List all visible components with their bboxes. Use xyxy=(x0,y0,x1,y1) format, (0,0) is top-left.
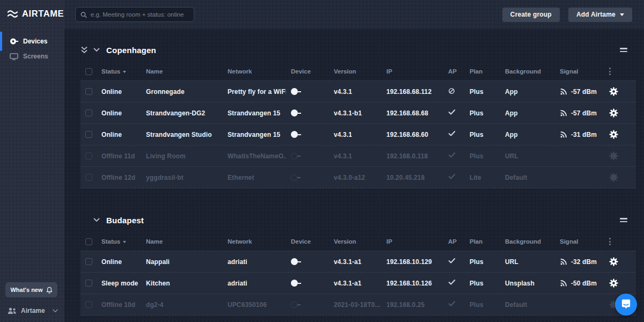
row-checkbox[interactable] xyxy=(85,88,92,95)
sidebar-bottom: What's new Airtame xyxy=(0,282,64,314)
group-menu-icon[interactable] xyxy=(620,46,627,54)
version-cell: 2021-03-18T0... xyxy=(329,301,382,309)
device-icon xyxy=(10,38,18,45)
device-row[interactable]: Online Strandvangen Studio Strandvangen … xyxy=(80,123,636,145)
columns-menu-button[interactable] xyxy=(604,68,636,75)
status-cell: Online xyxy=(97,88,141,96)
sidebar-item-label: Devices xyxy=(23,38,47,45)
column-network: Network xyxy=(223,68,286,75)
sort-caret-icon xyxy=(123,71,126,73)
org-switcher[interactable]: Airtame xyxy=(0,307,64,314)
version-cell: v4.3.1 xyxy=(329,88,382,96)
device-row[interactable]: Offline 11d Living Room WhatIsTheNameO..… xyxy=(80,145,636,166)
sidebar-item-screens[interactable]: Screens xyxy=(0,49,64,64)
blocked-icon xyxy=(448,87,455,94)
whats-new-label: What's new xyxy=(10,287,42,293)
device-row[interactable]: Offline 12d yggdrasil-bt Ethernet v4.3.0… xyxy=(80,166,636,188)
columns-menu-button[interactable] xyxy=(604,238,636,245)
search-input[interactable] xyxy=(91,11,189,18)
column-ap: AP xyxy=(443,238,465,245)
background-cell: Default xyxy=(500,301,555,309)
device-row[interactable]: Online Strandvangen-DG2 Strandvangen 15 … xyxy=(80,102,636,123)
ip-cell: 192.168.0.118 xyxy=(382,152,443,160)
check-icon xyxy=(448,130,456,137)
group-collapse-icon[interactable] xyxy=(93,48,100,52)
device-row[interactable]: Sleep mode Kitchen adriati v4.3.1-a1 192… xyxy=(80,272,636,294)
group-collapse-icon[interactable] xyxy=(93,218,100,222)
device-settings-button[interactable] xyxy=(604,173,636,182)
name-cell: Kitchen xyxy=(141,280,223,287)
signal-value: -31 dBm xyxy=(571,131,597,138)
row-checkbox[interactable] xyxy=(85,109,92,116)
row-checkbox[interactable] xyxy=(85,174,92,181)
row-checkbox[interactable] xyxy=(85,152,92,159)
row-checkbox[interactable] xyxy=(85,301,92,308)
check-icon xyxy=(448,258,456,264)
ap-cell xyxy=(443,279,465,287)
column-status[interactable]: Status xyxy=(97,238,141,245)
sidebar-item-devices[interactable]: Devices xyxy=(0,34,64,49)
network-cell: Strandvangen 15 xyxy=(223,109,286,117)
background-cell: App xyxy=(500,109,555,117)
search-box[interactable] xyxy=(75,7,194,22)
create-group-button[interactable]: Create group xyxy=(502,8,560,22)
device-puck-icon xyxy=(286,258,329,265)
signal-icon xyxy=(560,280,567,287)
name-cell: Strandvangen-DG2 xyxy=(141,109,223,117)
device-settings-button[interactable] xyxy=(604,108,636,118)
signal-icon xyxy=(560,131,567,138)
background-cell: Default xyxy=(500,174,555,181)
device-row[interactable]: Online Gronnegade Pretty fly for a WiFi … xyxy=(80,80,636,102)
row-checkbox[interactable] xyxy=(85,258,92,265)
column-ip: IP xyxy=(382,238,443,245)
version-cell: v4.3.1-b1 xyxy=(329,109,382,117)
gear-icon xyxy=(609,279,618,288)
signal-value: -32 dBm xyxy=(571,258,597,266)
ip-cell: 192.168.68.112 xyxy=(382,88,443,96)
collapse-all-icon[interactable] xyxy=(80,46,88,54)
ip-cell: 192.168.10.129 xyxy=(382,258,443,266)
org-label: Airtame xyxy=(21,307,45,314)
name-cell: Nappali xyxy=(141,258,223,266)
background-cell: App xyxy=(500,88,555,96)
device-row[interactable]: Online Nappali adriati v4.3.1-a1 192.168… xyxy=(80,251,636,272)
version-cell: v4.3.1-a1 xyxy=(329,258,382,266)
chat-launcher-button[interactable] xyxy=(615,294,637,316)
row-checkbox[interactable] xyxy=(85,280,92,287)
device-settings-button[interactable] xyxy=(604,257,636,266)
device-settings-button[interactable] xyxy=(604,87,636,96)
whats-new-button[interactable]: What's new xyxy=(5,282,57,297)
plan-cell: Plus xyxy=(465,88,500,96)
ip-cell: 192.168.68.68 xyxy=(382,109,443,117)
active-indicator xyxy=(0,32,2,51)
device-row[interactable]: Offline 10d dg2-4 UPC6350106 2021-03-18T… xyxy=(80,294,636,315)
sort-caret-icon xyxy=(123,241,126,243)
device-puck-icon xyxy=(286,174,329,181)
select-all-checkbox[interactable] xyxy=(85,238,92,245)
column-version: Version xyxy=(329,238,382,245)
signal-cell: -32 dBm xyxy=(555,258,604,266)
column-device: Device xyxy=(286,68,329,75)
group-title: Budapest xyxy=(106,216,144,225)
network-cell: Pretty fly for a WiFi xyxy=(223,88,286,96)
add-airtame-button[interactable]: Add Airtame xyxy=(568,8,632,22)
device-settings-button[interactable] xyxy=(604,130,636,139)
name-cell: dg2-4 xyxy=(141,301,223,309)
background-cell: App xyxy=(500,131,555,138)
signal-value: -57 dBm xyxy=(571,109,597,117)
gear-icon xyxy=(609,257,618,266)
network-cell: adriati xyxy=(223,258,286,266)
group-menu-icon[interactable] xyxy=(620,216,627,224)
device-puck-icon xyxy=(286,131,329,138)
signal-icon xyxy=(560,88,567,96)
device-settings-button[interactable] xyxy=(604,279,636,288)
screens-icon xyxy=(10,53,18,60)
chat-bubble-icon xyxy=(620,299,632,310)
column-status[interactable]: Status xyxy=(97,68,141,75)
select-all-checkbox[interactable] xyxy=(85,68,92,75)
device-settings-button[interactable] xyxy=(604,151,636,160)
row-checkbox[interactable] xyxy=(85,131,92,138)
signal-icon xyxy=(560,109,567,117)
status-cell: Online xyxy=(97,109,141,117)
ap-cell xyxy=(443,109,465,117)
